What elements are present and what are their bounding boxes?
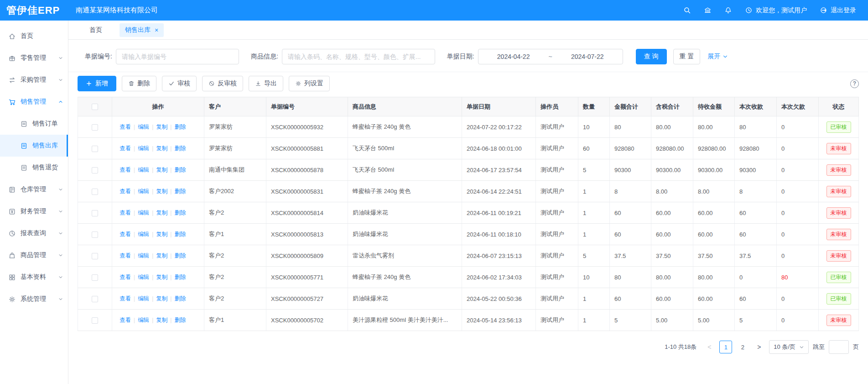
edit-link[interactable]: 编辑 [138,295,149,303]
copy-link[interactable]: 复制 [156,316,167,324]
row-checkbox[interactable] [92,189,98,195]
view-link[interactable]: 查看 [120,274,131,281]
delete-link[interactable]: 删除 [174,145,186,153]
view-link[interactable]: 查看 [120,316,131,324]
search-icon[interactable] [683,6,691,14]
row-checkbox[interactable] [92,317,98,324]
edit-link[interactable]: 编辑 [138,145,149,153]
row-checkbox[interactable] [92,124,98,131]
row-checkbox[interactable] [92,167,98,174]
unaudit-button[interactable]: 反审核 [202,76,243,91]
page-2-button[interactable]: 2 [736,341,749,353]
audit-button[interactable]: 审核 [162,76,197,91]
copy-link[interactable]: 复制 [156,295,167,303]
copy-link[interactable]: 复制 [156,209,167,217]
reset-button[interactable]: 重 置 [673,49,701,64]
delete-link[interactable]: 删除 [174,209,186,217]
sidebar-item-warehouse[interactable]: 仓库管理 [0,179,68,200]
column-settings-button[interactable]: 列设置 [289,76,330,91]
bell-icon[interactable] [724,6,732,14]
delete-link[interactable]: 删除 [174,274,186,281]
view-link[interactable]: 查看 [120,252,131,260]
tab-label: 销售出库 [125,26,151,34]
export-button[interactable]: 导出 [249,76,283,91]
search-button[interactable]: 查 询 [636,49,667,64]
copy-link[interactable]: 复制 [156,145,167,153]
close-icon[interactable]: × [155,27,158,33]
user-welcome[interactable]: 欢迎您，测试用户 [745,6,807,15]
view-link[interactable]: 查看 [120,188,131,195]
expand-toggle[interactable]: 展开 [707,53,728,61]
edit-link[interactable]: 编辑 [138,316,149,324]
next-page-button[interactable]: > [753,341,765,353]
delete-link[interactable]: 删除 [174,166,186,174]
table-row: 查看|编辑|复制|删除 客户2 XSCK00000005727 奶油味爆米花 2… [78,288,859,310]
delete-link[interactable]: 删除 [174,316,186,324]
edit-link[interactable]: 编辑 [138,166,149,174]
sidebar-item-purchase[interactable]: 采购管理 [0,69,68,91]
bank-icon[interactable] [704,6,712,14]
tab-sales-outbound[interactable]: 销售出库 × [120,23,164,37]
view-link[interactable]: 查看 [120,209,131,217]
view-link[interactable]: 查看 [120,295,131,303]
row-checkbox[interactable] [92,274,98,281]
sidebar-item-sales[interactable]: 销售管理 [0,91,68,113]
select-all-checkbox[interactable] [92,104,98,110]
edit-link[interactable]: 编辑 [138,231,149,238]
row-checkbox[interactable] [92,210,98,216]
tax-total-cell: 60.00 [651,202,693,224]
date-cell: 2024-06-02 17:34:03 [462,267,536,288]
logout-button[interactable]: 退出登录 [820,6,856,15]
copy-link[interactable]: 复制 [156,123,167,131]
sidebar-item-finance[interactable]: 财务管理 [0,200,68,222]
sidebar-item-sales-outbound[interactable]: 销售出库 [0,135,68,157]
sidebar-item-home[interactable]: 首页 [0,25,68,47]
view-link[interactable]: 查看 [120,166,131,174]
add-button[interactable]: 新增 [78,76,116,91]
delete-link[interactable]: 删除 [174,231,186,238]
delete-link[interactable]: 删除 [174,295,186,303]
edit-link[interactable]: 编辑 [138,188,149,195]
row-checkbox[interactable] [92,253,98,259]
sidebar-item-sales-order[interactable]: 销售订单 [0,113,68,135]
product-input[interactable] [282,49,435,64]
edit-link[interactable]: 编辑 [138,209,149,217]
sidebar-item-retail[interactable]: 零售管理 [0,47,68,69]
row-checkbox[interactable] [92,146,98,152]
copy-link[interactable]: 复制 [156,166,167,174]
view-link[interactable]: 查看 [120,231,131,238]
sidebar-item-goods[interactable]: 商品管理 [0,244,68,266]
delete-link[interactable]: 删除 [174,188,186,195]
jump-page-input[interactable] [829,340,849,354]
view-link[interactable]: 查看 [120,123,131,131]
edit-link[interactable]: 编辑 [138,274,149,281]
doc-no-input[interactable] [116,49,239,64]
edit-link[interactable]: 编辑 [138,123,149,131]
page-size-select[interactable]: 10 条/页 [769,340,809,354]
help-icon[interactable]: ? [850,79,859,88]
table-header-row: 操作 客户 单据编号 商品信息 单据日期 操作员 数量 金额合计 含税合计 待收… [78,97,859,116]
sidebar-item-reports[interactable]: 报表查询 [0,222,68,244]
date-to[interactable]: 2024-07-22 [571,53,604,60]
date-range-picker[interactable]: 2024-04-22 ~ 2024-07-22 [478,49,623,64]
copy-link[interactable]: 复制 [156,188,167,195]
copy-link[interactable]: 复制 [156,274,167,281]
row-checkbox[interactable] [92,231,98,238]
sidebar-item-system[interactable]: 系统管理 [0,288,68,310]
edit-link[interactable]: 编辑 [138,252,149,260]
sidebar-item-basic-data[interactable]: 基本资料 [0,266,68,288]
delete-link[interactable]: 删除 [174,252,186,260]
copy-link[interactable]: 复制 [156,252,167,260]
delete-link[interactable]: 删除 [174,123,186,131]
tab-home[interactable]: 首页 [89,26,102,34]
delete-button[interactable]: 删除 [122,76,156,91]
view-link[interactable]: 查看 [120,145,131,153]
date-from[interactable]: 2024-04-22 [497,53,530,60]
sidebar-item-sales-return[interactable]: 销售退货 [0,157,68,179]
page-1-button[interactable]: 1 [719,341,732,353]
prev-page-button[interactable]: < [703,341,715,353]
row-checkbox[interactable] [92,296,98,302]
copy-link[interactable]: 复制 [156,231,167,238]
qty-cell: 1 [578,310,610,331]
received-cell: 0 [735,267,777,288]
